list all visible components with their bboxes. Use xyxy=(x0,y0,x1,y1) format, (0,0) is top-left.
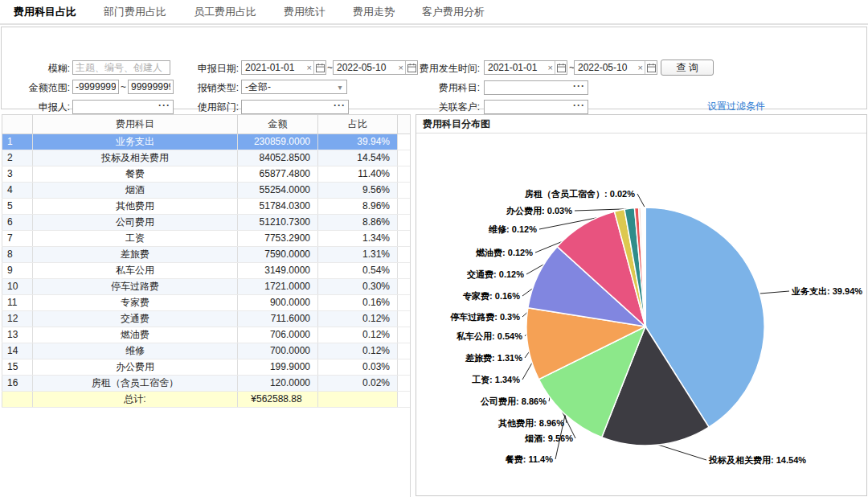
table-row[interactable]: 3餐费65877.480011.40% xyxy=(2,166,411,183)
tab-1[interactable]: 部门费用占比 xyxy=(90,0,180,23)
clear-icon[interactable]: × xyxy=(305,63,313,72)
cell-filler xyxy=(398,247,411,263)
cell-amount: 900.0000 xyxy=(238,295,318,311)
table-row[interactable]: 9私车公用3149.00000.54% xyxy=(2,263,411,279)
cell-pct: 14.54% xyxy=(318,150,398,166)
tab-5[interactable]: 客户费用分析 xyxy=(408,0,498,23)
reimburse-type-select[interactable]: -全部- ▾ xyxy=(241,80,347,94)
cell-pct: 0.16% xyxy=(318,295,398,311)
calendar-icon[interactable] xyxy=(645,61,657,74)
tab-bar: 费用科目占比部门费用占比员工费用占比费用统计费用走势客户费用分析 xyxy=(0,0,868,25)
header-filler xyxy=(398,115,411,134)
chevron-down-icon: ▾ xyxy=(334,83,346,92)
pie-label-15: 房租（含员工宿舍）: 0.02% xyxy=(524,189,635,199)
expense-time-start[interactable]: 2021-01-01 × xyxy=(484,60,567,75)
cell-num: 9 xyxy=(2,263,33,279)
set-filter-link[interactable]: 设置过滤条件 xyxy=(707,100,765,113)
table-row[interactable]: 1业务支出230859.000039.94% xyxy=(2,134,411,150)
table-row[interactable]: 8差旅费7590.00001.31% xyxy=(2,247,411,263)
picker-ellipsis-icon[interactable]: ··· xyxy=(573,80,585,92)
cell-name: 烟酒 xyxy=(33,183,238,199)
cell-amount: 51210.7300 xyxy=(238,215,318,231)
cell-name: 办公费用 xyxy=(33,359,238,376)
table-row[interactable]: 11专家费900.00000.16% xyxy=(2,295,411,311)
pie-label-12: 燃油费: 0.12% xyxy=(475,248,533,257)
clear-icon[interactable]: × xyxy=(637,63,645,72)
picker-ellipsis-icon[interactable]: ··· xyxy=(573,99,585,112)
declarer-label: 申报人: xyxy=(18,100,70,114)
header-subject[interactable]: 费用科目 xyxy=(33,115,238,134)
use-dept-picker[interactable]: ··· xyxy=(241,99,349,113)
table-row[interactable]: 7工资7753.29001.34% xyxy=(2,231,411,247)
cell-pct: 0.03% xyxy=(318,359,398,376)
table-row[interactable]: 14维修700.00000.12% xyxy=(2,343,411,359)
total-cell xyxy=(318,392,398,408)
pie-label-5: 公司费用: 8.86% xyxy=(480,396,547,406)
cell-num: 12 xyxy=(2,311,33,327)
cell-filler xyxy=(398,311,411,327)
cell-filler xyxy=(398,199,411,215)
cell-filler xyxy=(398,392,411,408)
amount-range-separator: ~ xyxy=(121,80,126,94)
declare-date-end[interactable]: 2022-05-10 × xyxy=(333,60,418,75)
calendar-icon[interactable] xyxy=(313,61,326,74)
pie-label-4: 其他费用: 8.96% xyxy=(497,418,564,429)
table-row[interactable]: 12交通费711.60000.12% xyxy=(2,311,411,327)
cell-num: 3 xyxy=(2,166,33,183)
pie-leader-line xyxy=(657,444,706,460)
header-ratio[interactable]: 占比 xyxy=(318,115,398,134)
cell-pct: 0.30% xyxy=(318,279,398,295)
cell-filler xyxy=(398,215,411,231)
clear-icon[interactable]: × xyxy=(397,63,405,72)
pie-chart: 业务支出: 39.94%投标及相关费用: 14.54%餐费: 11.4%烟酒: … xyxy=(416,133,866,495)
clear-icon[interactable]: × xyxy=(547,63,555,72)
cell-name: 燃油费 xyxy=(33,327,238,343)
chart-panel: 费用科目分布图 业务支出: 39.94%投标及相关费用: 14.54%餐费: 1… xyxy=(416,114,867,496)
table-row[interactable]: 10停车过路费1721.00000.30% xyxy=(2,279,411,295)
cell-filler xyxy=(398,166,411,183)
cell-amount: 55254.0000 xyxy=(238,183,318,199)
expense-time-end[interactable]: 2022-05-10 × xyxy=(574,60,657,75)
pie-label-11: 交通费: 0.12% xyxy=(466,269,524,280)
cell-num: 2 xyxy=(2,150,33,166)
pie-label-1: 投标及相关费用: 14.54% xyxy=(708,455,806,465)
search-button[interactable]: 查 询 xyxy=(661,60,714,76)
table-row[interactable]: 16房租（含员工宿舍）120.00000.02% xyxy=(2,376,411,392)
cell-name: 差旅费 xyxy=(33,247,238,263)
cell-pct: 8.96% xyxy=(318,199,398,215)
table-row[interactable]: 4烟酒55254.00009.56% xyxy=(2,183,411,199)
tab-3[interactable]: 费用统计 xyxy=(270,0,339,23)
cell-pct: 0.12% xyxy=(318,343,398,359)
declare-date-start[interactable]: 2021-01-01 × xyxy=(241,60,326,75)
pie-label-14: 办公费用: 0.03% xyxy=(506,206,572,216)
tab-4[interactable]: 费用走势 xyxy=(339,0,408,23)
amount-min-input[interactable] xyxy=(72,80,119,94)
declarer-picker[interactable]: ··· xyxy=(72,99,174,113)
fuzzy-input[interactable] xyxy=(72,60,170,75)
cell-filler xyxy=(398,327,411,343)
cell-name: 维修 xyxy=(33,343,238,359)
tab-2[interactable]: 员工费用占比 xyxy=(180,0,270,23)
expense-subject-picker[interactable]: ··· xyxy=(484,80,588,94)
related-customer-picker[interactable]: ··· xyxy=(484,99,588,113)
table-row[interactable]: 2投标及相关费用84052.850014.54% xyxy=(2,150,411,166)
cell-num: 14 xyxy=(2,343,33,359)
calendar-icon[interactable] xyxy=(555,61,567,74)
table-row[interactable]: 5其他费用51784.03008.96% xyxy=(2,199,411,215)
amount-max-input[interactable] xyxy=(128,80,174,94)
cell-num: 8 xyxy=(2,247,33,263)
tab-0[interactable]: 费用科目占比 xyxy=(0,0,90,23)
picker-ellipsis-icon[interactable]: ··· xyxy=(158,99,170,112)
declare-date-label: 申报日期: xyxy=(182,61,239,76)
cell-filler xyxy=(398,183,411,199)
table-row[interactable]: 6公司费用51210.73008.86% xyxy=(2,215,411,231)
panel-splitter[interactable] xyxy=(410,114,411,497)
header-amount[interactable]: 金额 xyxy=(238,115,318,134)
picker-ellipsis-icon[interactable]: ··· xyxy=(334,99,346,112)
pie-label-0: 业务支出: 39.94% xyxy=(791,286,862,296)
table-row[interactable]: 15办公费用199.90000.03% xyxy=(2,359,411,376)
cell-filler xyxy=(398,376,411,392)
use-dept-input[interactable] xyxy=(241,100,349,114)
cell-pct: 0.12% xyxy=(318,311,398,327)
table-row[interactable]: 13燃油费706.00000.12% xyxy=(2,327,411,343)
